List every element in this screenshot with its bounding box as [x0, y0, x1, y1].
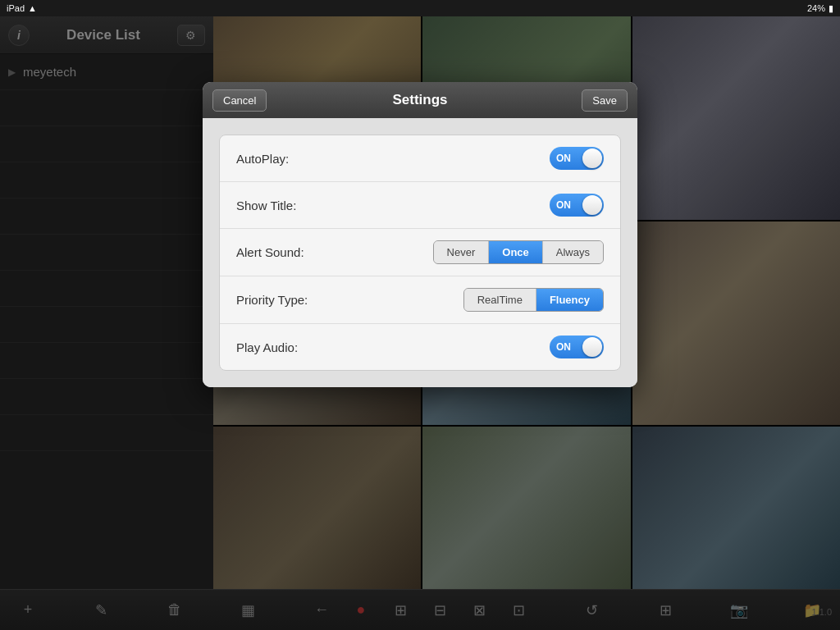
play-audio-row: Play Audio: ON: [220, 324, 620, 370]
cancel-button[interactable]: Cancel: [212, 89, 267, 112]
alert-sound-always-btn[interactable]: Always: [543, 241, 603, 263]
modal-body: AutoPlay: ON Show Title: ON Al: [203, 118, 637, 387]
priority-type-segmented: RealTime Fluency: [463, 288, 604, 312]
show-title-toggle-label: ON: [556, 199, 571, 211]
modal-header: Cancel Settings Save: [203, 82, 637, 118]
priority-fluency-btn[interactable]: Fluency: [536, 289, 603, 311]
modal-title: Settings: [392, 92, 447, 108]
status-bar: iPad ▲ 24% ▮: [0, 0, 840, 16]
carrier-label: iPad: [7, 3, 25, 13]
app-container: i Device List ⚙ ▶ meyetech: [0, 16, 840, 630]
play-audio-label: Play Audio:: [236, 340, 298, 354]
battery-label: 24%: [807, 3, 825, 13]
play-audio-toggle-label: ON: [556, 341, 571, 353]
settings-panel: AutoPlay: ON Show Title: ON Al: [219, 135, 621, 371]
battery-icon: ▮: [829, 3, 833, 14]
priority-type-label: Priority Type:: [236, 293, 308, 307]
show-title-toggle-thumb: [582, 195, 602, 215]
alert-sound-label: Alert Sound:: [236, 245, 304, 259]
play-audio-toggle-thumb: [582, 337, 602, 357]
wifi-icon: ▲: [28, 3, 37, 13]
priority-realtime-btn[interactable]: RealTime: [464, 289, 536, 311]
autoplay-toggle[interactable]: ON: [550, 147, 604, 170]
show-title-row: Show Title: ON: [220, 182, 620, 229]
alert-sound-segmented: Never Once Always: [433, 240, 604, 264]
autoplay-label: AutoPlay:: [236, 152, 289, 166]
alert-sound-row: Alert Sound: Never Once Always: [220, 229, 620, 276]
show-title-toggle[interactable]: ON: [550, 194, 604, 217]
autoplay-row: AutoPlay: ON: [220, 135, 620, 182]
play-audio-toggle[interactable]: ON: [550, 336, 604, 358]
autoplay-toggle-thumb: [582, 148, 602, 168]
alert-sound-once-btn[interactable]: Once: [489, 241, 543, 263]
settings-modal: Cancel Settings Save AutoPlay: ON Show T…: [203, 82, 637, 387]
priority-type-row: Priority Type: RealTime Fluency: [220, 276, 620, 324]
alert-sound-never-btn[interactable]: Never: [434, 241, 490, 263]
show-title-label: Show Title:: [236, 199, 296, 212]
autoplay-toggle-label: ON: [556, 153, 571, 164]
save-button[interactable]: Save: [582, 89, 628, 112]
